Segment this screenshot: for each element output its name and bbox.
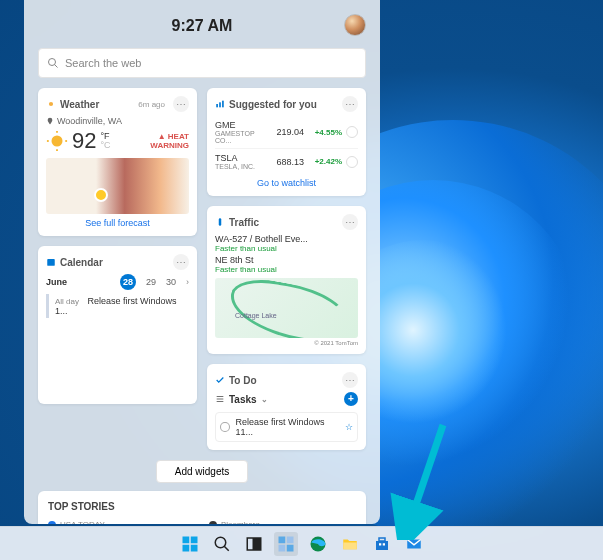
traffic-route[interactable]: NE 8th St Faster than usual — [215, 255, 358, 274]
stocks-icon — [215, 99, 225, 109]
weather-forecast-link[interactable]: See full forecast — [46, 218, 189, 228]
pin-icon[interactable] — [346, 126, 358, 138]
svg-rect-11 — [222, 101, 224, 108]
taskbar — [0, 526, 603, 560]
stock-price: 688.13 — [268, 157, 308, 167]
calendar-event[interactable]: All day Release first Windows 1... — [46, 294, 189, 318]
todo-card[interactable]: To Do ⋯ Tasks ⌄ + Release first Windows … — [207, 364, 366, 450]
calendar-title: Calendar — [60, 257, 169, 268]
sun-icon — [46, 130, 68, 152]
traffic-more-icon[interactable]: ⋯ — [342, 214, 358, 230]
calendar-day[interactable]: 30 — [166, 277, 176, 287]
svg-rect-31 — [343, 542, 357, 549]
svg-point-0 — [49, 59, 56, 66]
calendar-icon — [46, 257, 56, 267]
stocks-more-icon[interactable]: ⋯ — [342, 96, 358, 112]
svg-rect-33 — [379, 543, 381, 545]
pin-icon[interactable] — [346, 156, 358, 168]
search-icon — [47, 57, 59, 69]
route-status: Faster than usual — [215, 244, 358, 253]
traffic-icon — [215, 217, 225, 227]
stocks-row[interactable]: TSLATESLA, INC. 688.13 +2.42% — [215, 149, 358, 174]
traffic-card[interactable]: Traffic ⋯ WA-527 / Bothell Eve... Faster… — [207, 206, 366, 354]
edge-button[interactable] — [306, 532, 330, 556]
event-time: All day — [55, 297, 79, 306]
task-view-button[interactable] — [242, 532, 266, 556]
weather-temp: 92 — [72, 128, 96, 154]
weather-more-icon[interactable]: ⋯ — [173, 96, 189, 112]
calendar-day[interactable]: 28 — [120, 274, 136, 290]
star-icon[interactable]: ☆ — [345, 422, 353, 432]
svg-line-1 — [55, 65, 58, 68]
stocks-card[interactable]: Suggested for you ⋯ GMEGAMESTOP CO... 21… — [207, 88, 366, 196]
store-button[interactable] — [370, 532, 394, 556]
weather-map[interactable] — [46, 158, 189, 214]
source-icon — [209, 521, 217, 524]
todo-add-button[interactable]: + — [344, 392, 358, 406]
taskbar-search-button[interactable] — [210, 532, 234, 556]
calendar-day[interactable]: 29 — [146, 277, 156, 287]
traffic-map[interactable]: Cottage Lake — [215, 278, 358, 338]
traffic-title: Traffic — [229, 217, 338, 228]
search-input[interactable]: Search the web — [38, 48, 366, 78]
stocks-watchlist-link[interactable]: Go to watchlist — [215, 178, 358, 188]
widgets-panel: 9:27 AM Search the web Weather 6m ago ⋯ … — [24, 0, 380, 524]
add-widgets-button[interactable]: Add widgets — [156, 460, 248, 483]
calendar-more-icon[interactable]: ⋯ — [173, 254, 189, 270]
file-explorer-button[interactable] — [338, 532, 362, 556]
story-source: Bloomberg — [221, 520, 260, 524]
stock-symbol: TSLA — [215, 153, 268, 163]
todo-item-title: Release first Windows 11... — [236, 417, 339, 437]
svg-point-22 — [215, 537, 226, 548]
svg-point-2 — [49, 102, 53, 106]
stock-change: +4.55% — [308, 128, 342, 137]
weather-location: Woodinville, WA — [46, 116, 189, 126]
todo-item[interactable]: Release first Windows 11... ☆ — [215, 412, 358, 442]
widgets-button[interactable] — [274, 532, 298, 556]
svg-rect-29 — [286, 544, 293, 551]
stock-symbol: GME — [215, 120, 268, 130]
svg-point-3 — [52, 136, 63, 147]
svg-rect-24 — [247, 538, 253, 550]
location-pin-icon — [46, 117, 54, 125]
start-button[interactable] — [178, 532, 202, 556]
chevron-right-icon[interactable]: › — [186, 277, 189, 287]
weather-icon — [46, 99, 56, 109]
panel-clock: 9:27 AM — [172, 17, 233, 35]
svg-rect-12 — [219, 218, 222, 226]
stock-name: TESLA, INC. — [215, 163, 268, 170]
story[interactable]: USA TODAY 10 dead, 151 still missing: Wh… — [48, 520, 195, 524]
stock-name: GAMESTOP CO... — [215, 130, 268, 144]
traffic-route[interactable]: WA-527 / Bothell Eve... Faster than usua… — [215, 234, 358, 253]
svg-line-23 — [224, 546, 229, 551]
map-label: Cottage Lake — [235, 312, 277, 319]
svg-rect-28 — [278, 544, 285, 551]
story[interactable]: Bloomberg McConnell wants infrastructure… — [209, 520, 356, 524]
top-stories-card: TOP STORIES USA TODAY 10 dead, 151 still… — [38, 491, 366, 524]
user-avatar[interactable] — [344, 14, 366, 36]
svg-rect-8 — [47, 259, 55, 266]
svg-rect-19 — [190, 536, 197, 543]
route-name: NE 8th St — [215, 255, 358, 265]
chevron-down-icon[interactable]: ⌄ — [261, 395, 268, 404]
mail-button[interactable] — [402, 532, 426, 556]
calendar-card[interactable]: Calendar ⋯ June 28 29 30 › All day Relea… — [38, 246, 197, 404]
route-status: Faster than usual — [215, 265, 358, 274]
svg-rect-26 — [278, 536, 285, 543]
stock-change: +2.42% — [308, 157, 342, 166]
todo-list-name[interactable]: Tasks — [229, 394, 257, 405]
todo-checkbox[interactable] — [220, 422, 230, 432]
svg-rect-18 — [182, 536, 189, 543]
weather-card[interactable]: Weather 6m ago ⋯ Woodinville, WA 92 °F °… — [38, 88, 197, 236]
weather-unit[interactable]: °F °C — [100, 132, 110, 150]
weather-warning: ▲ HEATWARNING — [150, 132, 189, 150]
svg-rect-32 — [379, 538, 385, 541]
svg-rect-21 — [190, 544, 197, 551]
map-attribution: © 2021 TomTom — [215, 340, 358, 346]
top-stories-heading: TOP STORIES — [48, 501, 356, 512]
stocks-row[interactable]: GMEGAMESTOP CO... 219.04 +4.55% — [215, 116, 358, 149]
svg-rect-9 — [216, 104, 218, 107]
todo-more-icon[interactable]: ⋯ — [342, 372, 358, 388]
svg-rect-20 — [182, 544, 189, 551]
route-name: WA-527 / Bothell Eve... — [215, 234, 358, 244]
